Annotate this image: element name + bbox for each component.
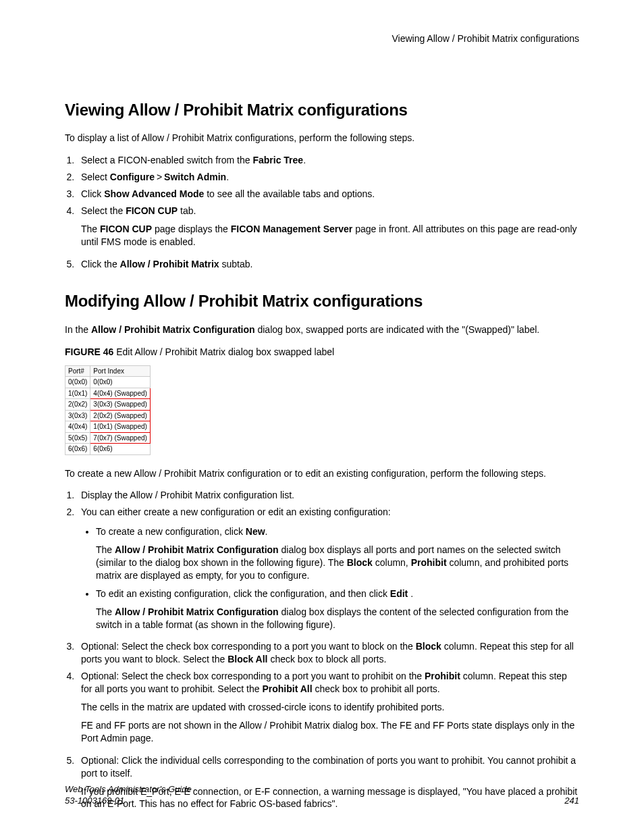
bullet-edit: To edit an existing configuration, click… [96, 588, 579, 631]
figure-caption-text: Edit Allow / Prohibit Matrix dialog box … [113, 346, 334, 357]
cell-port-index: 6(0x6) [90, 444, 150, 455]
section2-intro: In the Allow / Prohibit Matrix Configura… [65, 323, 579, 336]
text: subtab. [219, 259, 253, 269]
section2-step2: You can either create a new configuratio… [77, 506, 579, 631]
cell-port-index: 7(0x7) (Swapped) [90, 432, 150, 444]
table-header-row: Port# Port Index [65, 365, 151, 377]
table-row: 4(0x4)1(0x1) (Swapped) [65, 421, 151, 433]
text-bold: Configure [110, 172, 155, 182]
figure-label: FIGURE 46 [65, 346, 113, 357]
text: In the [65, 324, 91, 335]
cell-port: 1(0x1) [65, 388, 90, 399]
bullet-new: To create a new configuration, click New… [96, 525, 579, 582]
cell-port-index: 3(0x3) (Swapped) [90, 399, 150, 411]
section1-intro: To display a list of Allow / Prohibit Ma… [65, 132, 579, 145]
table-row: 0(0x0)0(0x0) [65, 377, 151, 388]
cell-port: 5(0x5) [65, 432, 90, 444]
section1-step3: Click Show Advanced Mode to see all the … [77, 188, 579, 201]
section2-step4-note2: FE and FF ports are not shown in the All… [81, 719, 579, 745]
text-bold: Allow / Prohibit Matrix Configuration [115, 544, 279, 555]
cell-port-index: 1(0x1) (Swapped) [90, 421, 150, 433]
text: check box to block all ports. [268, 654, 387, 664]
text-bold: Block [347, 557, 373, 568]
text-bold: Fabric Tree [252, 155, 303, 165]
text: . [303, 155, 306, 165]
text: . [408, 588, 413, 599]
text: tab. [178, 205, 196, 216]
text: You can either create a new configuratio… [81, 506, 391, 517]
text-bold: Allow / Prohibit Matrix [120, 259, 219, 269]
section2-step4-note1: The cells in the matrix are updated with… [81, 701, 579, 714]
table-row: 5(0x5)7(0x7) (Swapped) [65, 432, 151, 444]
text-bold: Switch Admin [164, 172, 226, 182]
section2-steps: Display the Allow / Prohibit Matrix conf… [65, 489, 579, 810]
text: Select the [81, 205, 126, 216]
cell-port: 0(0x0) [65, 377, 90, 388]
text: Optional: Select the check box correspon… [81, 671, 425, 681]
text: to see all the available tabs and option… [204, 188, 375, 199]
table-row: 2(0x2)3(0x3) (Swapped) [65, 399, 151, 411]
text: To edit an existing configuration, click… [96, 588, 390, 599]
footer-docnum: 53-1003169-01 [65, 796, 192, 807]
text-bold: Allow / Prohibit Matrix Configuration [91, 324, 255, 335]
text-bold: Block All [227, 654, 267, 664]
footer-title: Web Tools Administrator's Guide [65, 784, 192, 796]
section2-heading: Modifying Allow / Prohibit Matrix config… [65, 290, 579, 312]
section1-step5: Click the Allow / Prohibit Matrix subtab… [77, 258, 579, 271]
text: The [96, 606, 115, 617]
section1-step1: Select a FICON-enabled switch from the F… [77, 154, 579, 167]
text: Optional: Click the individual cells cor… [81, 755, 576, 779]
running-header: Viewing Allow / Prohibit Matrix configur… [65, 32, 579, 45]
text: page displays the [152, 224, 231, 234]
col-port-index: Port Index [90, 365, 150, 377]
section2-step1: Display the Allow / Prohibit Matrix conf… [77, 489, 579, 502]
swap-table: Port# Port Index 0(0x0)0(0x0)1(0x1)4(0x4… [65, 365, 151, 455]
text-bold: Edit [390, 588, 408, 599]
cell-port: 6(0x6) [65, 444, 90, 455]
section1-step4: Select the FICON CUP tab. The FICON CUP … [77, 205, 579, 249]
text-bold: Show Advanced Mode [104, 188, 204, 199]
footer-page-number: 241 [564, 795, 579, 807]
text: dialog box, swapped ports are indicated … [255, 324, 540, 335]
text-bold: Block [416, 641, 441, 652]
text: Click [81, 188, 104, 199]
table-row: 3(0x3)2(0x2) (Swapped) [65, 410, 151, 421]
figure46-caption: FIGURE 46 Edit Allow / Prohibit Matrix d… [65, 346, 579, 359]
text-bold: Prohibit All [262, 683, 312, 694]
text-bold: New [246, 526, 265, 537]
text: . [226, 172, 229, 182]
section2-step4: Optional: Select the check box correspon… [77, 670, 579, 744]
section2-step3: Optional: Select the check box correspon… [77, 640, 579, 666]
table-row: 6(0x6)6(0x6) [65, 444, 151, 455]
text: To create a new configuration, click [96, 526, 246, 537]
cell-port: 4(0x4) [65, 421, 90, 433]
text: Optional: Select the check box correspon… [81, 641, 416, 652]
page-footer: Web Tools Administrator's Guide 53-10031… [65, 784, 579, 807]
text: The [81, 224, 100, 234]
text: Select [81, 172, 110, 182]
text: The [96, 544, 115, 555]
bullet-new-note: The Allow / Prohibit Matrix Configuratio… [96, 544, 579, 582]
footer-left: Web Tools Administrator's Guide 53-10031… [65, 784, 192, 807]
cell-port-index: 0(0x0) [90, 377, 150, 388]
text: check box to prohibit all ports. [313, 683, 440, 694]
text-bold: Prohibit [411, 557, 447, 568]
cell-port: 2(0x2) [65, 399, 90, 411]
text: Select a FICON-enabled switch from the [81, 155, 252, 165]
text: column, [373, 557, 411, 568]
text-bold: Allow / Prohibit Matrix Configuration [115, 606, 279, 617]
text: > [155, 172, 164, 182]
text-bold: FICON CUP [100, 224, 152, 234]
text-bold: Prohibit [425, 671, 460, 681]
text: . [265, 526, 268, 537]
cell-port: 3(0x3) [65, 410, 90, 421]
text: Click the [81, 259, 120, 269]
text-bold: FICON Management Server [231, 224, 353, 234]
section1-heading: Viewing Allow / Prohibit Matrix configur… [65, 99, 579, 121]
col-port: Port# [65, 365, 90, 377]
section2-step2-bullets: To create a new configuration, click New… [81, 525, 579, 631]
page-body: Viewing Allow / Prohibit Matrix configur… [0, 0, 644, 810]
section2-intro2: To create a new Allow / Prohibit Matrix … [65, 467, 579, 480]
section1-steps: Select a FICON-enabled switch from the F… [65, 154, 579, 270]
cell-port-index: 2(0x2) (Swapped) [90, 410, 150, 421]
